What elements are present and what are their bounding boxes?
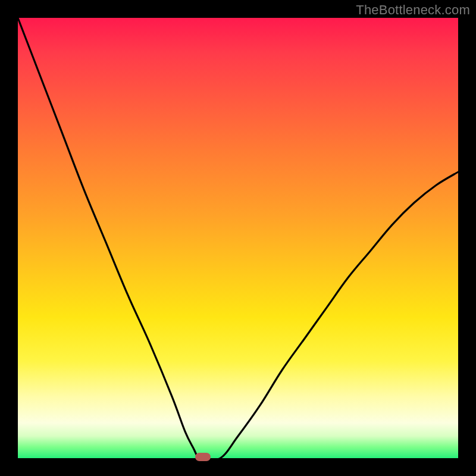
curve-path bbox=[18, 18, 458, 460]
chart-frame: TheBottleneck.com bbox=[0, 0, 476, 476]
optimal-point-marker bbox=[195, 453, 211, 461]
plot-area bbox=[18, 18, 458, 458]
watermark-text: TheBottleneck.com bbox=[356, 2, 470, 18]
bottleneck-curve bbox=[18, 18, 458, 458]
